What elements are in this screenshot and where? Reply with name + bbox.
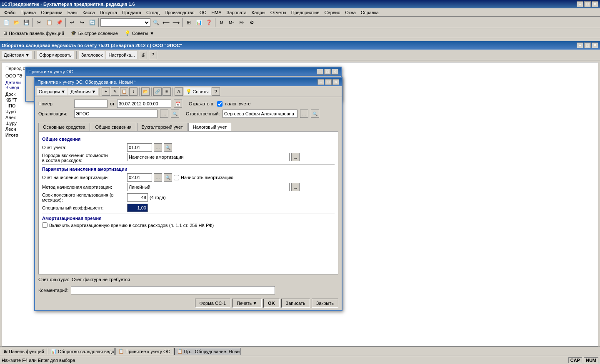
help-modal-btn[interactable]: ? [212,87,220,96]
undo-btn[interactable]: ↩ [68,18,77,27]
cut-btn[interactable]: ✂ [35,18,44,27]
org-input[interactable] [74,110,158,118]
find-next-btn[interactable]: ⟶ [171,18,180,27]
osv-actions-btn[interactable]: Действия ▼ [2,51,32,59]
modal2-max-btn[interactable]: □ [325,79,332,85]
menu-nma[interactable]: НМА [209,9,224,16]
close-btn[interactable]: ✕ [592,1,598,7]
bonus-check-label[interactable]: Включить амортизационную премию в состав… [42,222,214,228]
link-btn[interactable]: 🔗 [153,87,162,96]
osv-form-btn[interactable]: Сформировать [37,51,74,59]
tab-general[interactable]: Общие сведения [91,123,136,131]
menu-file[interactable]: Файл [2,9,18,16]
menu-warehouse[interactable]: Склад [144,9,162,16]
menu-production[interactable]: Производство [162,9,197,16]
grid-btn[interactable]: ⊞ [184,18,193,27]
modal2-close-btn[interactable]: ✕ [332,79,339,85]
open-btn[interactable]: 📂 [12,18,21,27]
taskbar-equipment[interactable]: 📋 Пр... Оборудование. Новый * [174,348,241,355]
menu-help[interactable]: Справка [358,9,381,16]
open-doc-btn[interactable]: 📂 [141,87,150,96]
settings-gear-btn[interactable]: ⚙ [247,18,256,27]
amort-method-input[interactable] [127,183,290,191]
actions-menu-btn[interactable]: Действия ▼ [68,88,98,95]
menu-windows[interactable]: Окна [342,9,358,16]
modal1-max-btn[interactable]: □ [324,69,331,75]
osv-close-btn[interactable]: ✕ [592,42,598,48]
taskbar-panel[interactable]: ⊞ Панель функций [1,348,47,355]
responsible-input[interactable] [222,110,298,118]
useful-life-input[interactable] [127,193,148,202]
menu-os[interactable]: ОС [197,9,209,16]
org-browse-btn[interactable]: ... [160,110,168,118]
tab-accounting[interactable]: Бухгалтерский учет [137,123,188,131]
menu-salary[interactable]: Зарплата [224,9,249,16]
menu-service[interactable]: Сервис [322,9,343,16]
tax-account-checkbox[interactable] [217,101,222,107]
find-btn[interactable]: ⟵ [161,18,170,27]
search-btn[interactable]: 🔍 [151,18,160,27]
date-input[interactable] [117,100,171,108]
amort-account-input[interactable] [127,173,152,182]
calendar-btn[interactable]: 📅 [174,100,182,108]
move-btn[interactable]: ↕ [129,87,138,96]
save-btn[interactable]: 💾 [22,18,31,27]
org-search-btn[interactable]: 🔍 [171,110,179,118]
m-plus-btn[interactable]: M+ [227,18,236,27]
form-os1-btn[interactable]: Форма ОС-1 [195,299,231,308]
menu-purchase[interactable]: Покупка [98,9,120,16]
amort-account-browse-btn[interactable]: ... [154,173,162,182]
help-toolbar-btn[interactable]: ❓ [204,18,213,27]
comment-input[interactable] [71,286,275,294]
new-btn[interactable]: 📄 [2,18,11,27]
redo-btn[interactable]: ↪ [78,18,87,27]
m-minus-btn[interactable]: M- [237,18,246,27]
account-search-btn[interactable]: 🔍 [164,143,172,152]
modal2-min-btn[interactable]: – [318,79,324,85]
paste-btn[interactable]: 📌 [55,18,64,27]
menu-reports[interactable]: Отчеты [268,9,289,16]
show-functions-btn[interactable]: ⊞ Показать панель функций [2,30,66,37]
edit-btn[interactable]: ✎ [111,87,119,96]
print-doc-btn[interactable]: 🖨 [175,87,183,96]
bonus-checkbox[interactable] [42,222,48,228]
menu-operations[interactable]: Операции [38,9,65,16]
maximize-btn[interactable]: □ [584,1,591,7]
account-browse-btn[interactable]: ... [154,143,162,152]
menu-hr[interactable]: Кадры [249,9,268,16]
modal1-close-btn[interactable]: ✕ [332,69,338,75]
copy-row-btn[interactable]: 📋 [120,87,128,96]
accrue-amort-checkbox[interactable] [174,175,179,180]
ok-btn[interactable]: OK [263,299,280,308]
quick-learn-btn[interactable]: 🎓 Быстрое освоение [69,30,120,37]
tips-btn[interactable]: 💡 Советы ▼ [123,30,156,37]
menu-edit[interactable]: Правка [18,9,38,16]
menu-bank[interactable]: Банк [65,9,80,16]
menu-sale[interactable]: Продажа [120,9,144,16]
number-input[interactable] [74,100,108,108]
osv-header-btn[interactable]: Заголовок [79,51,105,59]
responsible-browse-btn[interactable]: ... [300,110,308,118]
minimize-btn[interactable]: – [577,1,583,7]
copy-btn[interactable]: 📋 [45,18,54,27]
modal1-min-btn[interactable]: – [317,69,323,75]
inclusion-browse-btn[interactable]: ... [291,153,300,161]
special-coeff-input[interactable] [127,204,148,212]
tab-main-assets[interactable]: Основные средства [38,123,90,131]
account-input[interactable] [127,143,152,152]
amort-account-search-btn[interactable]: 🔍 [164,173,172,182]
taskbar-os-accept[interactable]: 📋 Принятие к учету ОС [115,348,173,355]
operation-menu-btn[interactable]: Операция ▼ [37,88,68,95]
toolbar-combo[interactable] [100,18,150,27]
add-btn[interactable]: + [102,87,110,96]
osv-help-btn[interactable]: ? [149,51,157,59]
tab-tax[interactable]: Налоговый учет [188,123,232,131]
print-btn[interactable]: Печать ▼ [232,299,262,308]
menu-cash[interactable]: Касса [80,9,98,16]
close-modal-btn[interactable]: Закрыть [312,299,338,308]
refresh-btn[interactable]: 🔄 [88,18,97,27]
tips-modal-btn[interactable]: 💡 Советы [184,87,210,95]
osv-settings-btn[interactable]: Настройка... [106,51,137,59]
m-btn[interactable]: M [217,18,226,27]
osv-min-btn[interactable]: – [577,42,583,48]
